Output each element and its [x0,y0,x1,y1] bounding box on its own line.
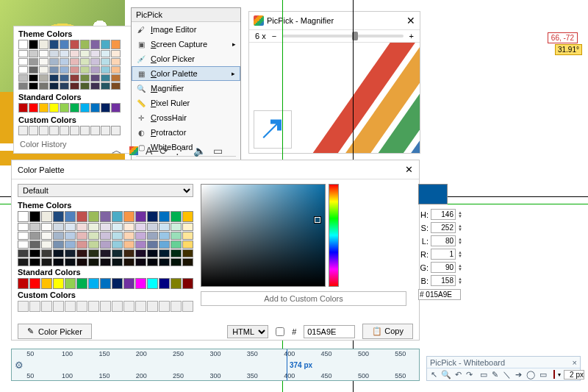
pixel-ruler[interactable]: ⚙ 50100150200250300350400450500550 50100… [11,349,420,381]
custom-row[interactable] [18,126,149,135]
hex-input[interactable] [418,289,461,300]
sound-icon[interactable]: 🔈 [193,145,206,157]
rect-icon[interactable]: ▭ [479,369,488,379]
cursor-icon[interactable]: ↖ [430,369,438,379]
chevron-up-icon[interactable]: ︿ [112,144,122,157]
gear-icon[interactable]: ⚙ [15,360,24,371]
ellipse-icon[interactable]: ◯ [526,369,536,379]
theme-row[interactable] [18,74,149,82]
arrow-icon[interactable]: ➔ [514,369,523,379]
magnifier-title: PicPick - Magnifier [267,16,334,25]
s-input[interactable] [431,222,456,233]
close-icon[interactable]: ✕ [405,164,413,175]
zoom-out-button[interactable]: − [272,32,276,40]
refresh-icon[interactable]: ⟳ [159,145,168,157]
menu-screen-capture[interactable]: ▣Screen Capture▸ [132,37,240,51]
theme-row[interactable] [18,58,149,65]
theme-row[interactable] [18,82,149,90]
picpick-logo-icon [254,15,264,26]
add-to-custom-button[interactable]: Add to Custom Colors [201,291,406,306]
custom-colors-label: Custom Colors [18,291,193,299]
undo-icon[interactable]: ↶ [454,369,462,379]
text-icon[interactable]: A [146,145,152,157]
standard-color-row[interactable] [18,278,193,289]
zoom-icon[interactable]: 🔍 [441,369,451,379]
hue-slider[interactable] [329,184,339,287]
menu-crosshair[interactable]: ✛CrossHair [132,110,240,125]
color-swatch[interactable] [553,370,555,379]
stroke-width-input[interactable] [564,370,584,379]
theme-top-row[interactable] [18,40,149,49]
zoom-slider[interactable] [282,35,403,38]
battery-icon[interactable]: ▭ [213,145,223,157]
custom-color-row[interactable] [18,301,193,312]
copy-button[interactable]: 📋 Copy [362,324,413,339]
standard-colors-label: Standard Colors [18,93,149,101]
angle-readout: 31.91° [555,44,582,55]
dialog-title: Color Palette [18,165,65,174]
hex-output[interactable] [304,325,355,338]
theme-color-grid[interactable] [18,211,193,266]
close-icon[interactable]: ✕ [406,15,415,26]
stripes-icon[interactable] [129,146,138,155]
g-input[interactable] [431,262,456,273]
hash-checkbox[interactable] [276,327,284,336]
theme-colors-label: Theme Colors [18,29,149,38]
menu-color-picker[interactable]: 💉Color Picker [132,51,240,66]
color-palette-dialog: Color Palette ✕ Default Theme Colors Sta… [11,160,420,341]
pencil-icon[interactable]: ✎ [491,369,499,379]
whiteboard-title: PicPick - Whiteboard [430,358,505,367]
eyedropper-icon: ✎ [27,327,34,336]
preset-select[interactable]: Default [18,184,193,197]
standard-row[interactable] [18,103,149,113]
zoom-in-button[interactable]: + [409,32,414,40]
coord-readout: 66, -72 [548,32,578,43]
zoom-level: 6 x [255,32,266,40]
h-input[interactable] [431,209,456,220]
menu-color-palette[interactable]: ▦Color Palette▸ [132,66,240,81]
r-input[interactable] [431,249,456,260]
theme-colors-label: Theme Colors [18,201,193,210]
close-icon[interactable]: × [573,358,577,367]
rect2-icon[interactable]: ▭ [539,369,548,379]
shortcut-arrow-icon [254,110,292,149]
menu-header: PicPick [132,8,240,22]
magnifier-view [249,43,420,153]
color-gradient[interactable] [201,184,326,287]
menu-magnifier[interactable]: 🔍Magnifier [132,81,240,96]
menu-image-editor[interactable]: 🖌Image Editor [132,22,240,37]
magnifier-window: PicPick - Magnifier ✕ 6 x − + [248,11,420,154]
tray-icons: ︿ A ⟳ ⋰ 🔈 ▭ [112,144,223,157]
line-icon[interactable]: ＼ [502,369,512,379]
format-select[interactable]: HTML [227,325,268,338]
whiteboard-toolbar: PicPick - Whiteboard× ↖ 🔍 ↶ ↷ ▭ ✎ ＼ ➔ ◯ … [426,356,581,381]
custom-colors-label: Custom Colors [18,115,149,124]
wifi-icon[interactable]: ⋰ [176,145,186,157]
current-color-swatch [418,184,448,204]
menu-protractor[interactable]: ◐Protractor [132,125,240,140]
theme-row[interactable] [18,50,149,57]
b-input[interactable] [431,275,456,286]
theme-row[interactable] [18,66,149,74]
menu-pixel-ruler[interactable]: 📏Pixel Ruler [132,96,240,110]
l-input[interactable] [431,235,456,246]
ruler-marker[interactable] [287,349,287,380]
redo-icon[interactable]: ↷ [465,369,473,379]
color-picker-button[interactable]: ✎Color Picker [18,324,92,339]
standard-colors-label: Standard Colors [18,268,193,277]
